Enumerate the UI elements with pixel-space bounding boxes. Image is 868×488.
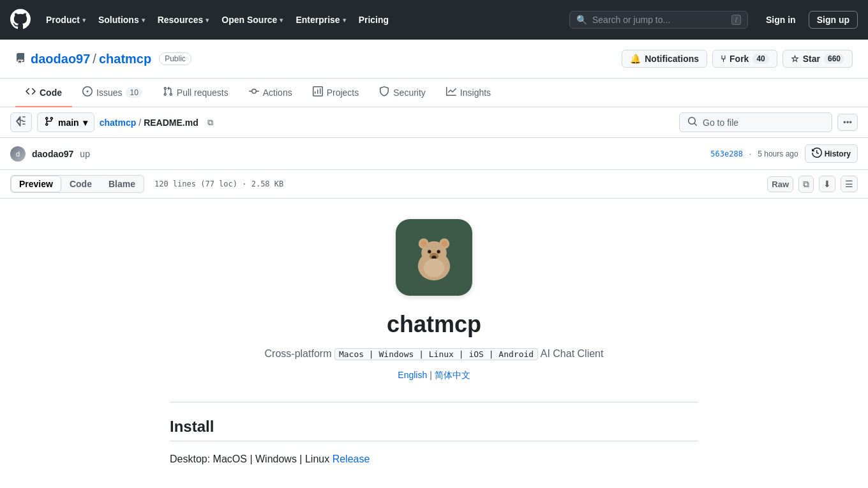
star-icon: ☆	[791, 54, 799, 64]
breadcrumb-separator: /	[138, 118, 141, 128]
breadcrumb: chatmcp / README.md	[100, 118, 198, 128]
go-to-file-label: Go to file	[703, 118, 738, 128]
copy-path-button[interactable]: ⧉	[204, 115, 217, 130]
bell-icon: 🔔	[630, 54, 641, 64]
actions-icon	[249, 86, 259, 98]
top-nav-actions: Sign in Sign up	[758, 11, 858, 29]
enterprise-nav-item[interactable]: Enterprise ▾	[290, 11, 350, 29]
enterprise-chevron: ▾	[343, 17, 346, 24]
fork-button[interactable]: ⑂ Fork 40	[712, 50, 777, 68]
signin-button[interactable]: Sign in	[758, 11, 804, 29]
readme-logo	[170, 219, 698, 296]
blame-button[interactable]: Blame	[100, 176, 144, 192]
download-button[interactable]: ⬇	[819, 176, 835, 192]
branch-selector[interactable]: main ▾	[37, 112, 94, 132]
readme-subtitle: Cross-platform Macos | Windows | Linux |…	[170, 348, 698, 360]
product-label: Product	[46, 15, 80, 25]
readme-lang-chinese[interactable]: 简体中文	[435, 370, 470, 380]
repo-breadcrumb: daodao97 / chatmcp Public	[15, 52, 191, 66]
opensource-nav-item[interactable]: Open Source ▾	[216, 11, 288, 29]
commit-hash[interactable]: 563e288	[710, 149, 743, 158]
outline-button[interactable]: ☰	[841, 176, 858, 192]
pricing-nav-item[interactable]: Pricing	[354, 11, 394, 29]
security-icon	[379, 86, 389, 98]
fork-count: 40	[752, 54, 768, 64]
tab-issues[interactable]: Issues 10	[72, 79, 153, 107]
star-label: Star	[803, 54, 820, 64]
breadcrumb-repo-link[interactable]: chatmcp	[100, 118, 137, 128]
repo-name-link[interactable]: chatmcp	[99, 52, 151, 66]
readme-lang-links: English | 简体中文	[170, 370, 698, 381]
notifications-button[interactable]: 🔔 Notifications	[622, 50, 707, 68]
code-icon	[26, 86, 36, 98]
repo-slash: /	[93, 52, 96, 66]
code-view-button[interactable]: Code	[61, 176, 100, 192]
solutions-chevron: ▾	[142, 17, 145, 24]
readme-install-heading: Install	[170, 418, 698, 441]
go-to-file-button[interactable]: Go to file	[679, 112, 832, 132]
readme-title: chatmcp	[170, 311, 698, 338]
readme-content: chatmcp Cross-platform Macos | Windows |…	[160, 199, 708, 487]
copy-icon: ⧉	[207, 118, 213, 127]
tab-actions[interactable]: Actions	[239, 79, 303, 107]
copy-file-icon: ⧉	[803, 179, 809, 189]
pricing-label: Pricing	[359, 15, 389, 25]
signup-button[interactable]: Sign up	[809, 11, 858, 29]
tab-actions-label: Actions	[263, 88, 292, 98]
file-info: 120 lines (77 loc) · 2.58 KB	[154, 179, 283, 188]
tab-security-label: Security	[393, 88, 426, 98]
sidebar-toggle-button[interactable]	[10, 112, 32, 132]
star-button[interactable]: ☆ Star 660	[782, 50, 853, 68]
product-nav-item[interactable]: Product ▾	[41, 11, 91, 29]
readme-release-link[interactable]: Release	[333, 454, 370, 464]
search-placeholder-text: Search or jump to...	[592, 15, 726, 25]
more-options-icon: •••	[843, 118, 852, 127]
commit-time: 5 hours ago	[758, 149, 798, 158]
author-avatar[interactable]: d	[10, 146, 26, 162]
public-badge: Public	[159, 52, 191, 65]
tab-issues-label: Issues	[96, 88, 122, 98]
resources-nav-item[interactable]: Resources ▾	[153, 11, 214, 29]
enterprise-label: Enterprise	[296, 15, 340, 25]
go-to-file-search-icon	[687, 116, 698, 128]
search-bar[interactable]: 🔍 Search or jump to... /	[569, 11, 748, 29]
tab-code[interactable]: Code	[15, 79, 72, 107]
svg-point-6	[428, 250, 431, 253]
solutions-nav-item[interactable]: Solutions ▾	[93, 11, 150, 29]
github-logo[interactable]	[10, 9, 31, 31]
solutions-label: Solutions	[98, 15, 139, 25]
top-nav: Product ▾ Solutions ▾ Resources ▾ Open S…	[0, 0, 868, 40]
repo-owner-link[interactable]: daodao97	[31, 52, 90, 66]
product-chevron: ▾	[82, 17, 86, 24]
tab-issues-badge: 10	[126, 88, 142, 98]
file-actions-bar: Preview Code Blame 120 lines (77 loc) · …	[0, 170, 868, 199]
tab-pr-label: Pull requests	[177, 88, 228, 98]
branch-icon	[44, 116, 54, 128]
commit-separator: ·	[749, 149, 751, 158]
history-label: History	[825, 149, 851, 158]
tab-code-label: Code	[40, 88, 62, 98]
notifications-label: Notifications	[645, 54, 699, 64]
commit-author[interactable]: daodao97	[32, 149, 73, 159]
sidebar-icon	[16, 116, 26, 128]
history-button[interactable]: History	[805, 144, 858, 163]
tab-security[interactable]: Security	[369, 79, 436, 107]
readme-lang-english[interactable]: English	[398, 370, 427, 380]
preview-button[interactable]: Preview	[11, 176, 61, 192]
insights-icon	[446, 86, 456, 98]
raw-button[interactable]: Raw	[767, 176, 793, 192]
copy-file-button[interactable]: ⧉	[798, 176, 814, 193]
readme-lang-sep: |	[430, 370, 435, 380]
tab-insights[interactable]: Insights	[436, 79, 501, 107]
tab-pullrequests[interactable]: Pull requests	[153, 79, 239, 107]
search-kbd: /	[731, 15, 741, 25]
search-icon: 🔍	[576, 15, 587, 25]
fork-label: Fork	[730, 54, 749, 64]
svg-point-5	[442, 241, 447, 247]
svg-point-4	[421, 241, 426, 247]
tab-projects[interactable]: Projects	[303, 79, 370, 107]
more-options-button[interactable]: •••	[837, 114, 858, 131]
svg-point-10	[424, 259, 444, 277]
tab-projects-label: Projects	[327, 88, 359, 98]
readme-divider	[170, 402, 698, 402]
